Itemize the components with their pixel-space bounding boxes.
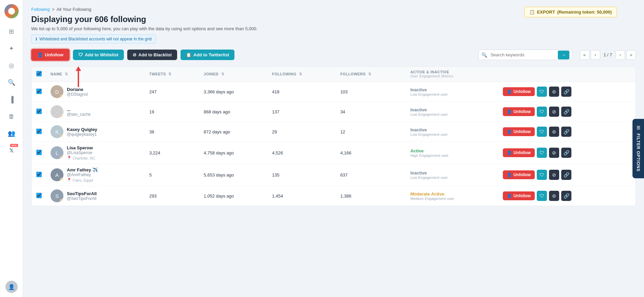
sidebar-item-twitter-x[interactable]: 𝕏 NEW: [4, 143, 19, 157]
th-tweets[interactable]: TWEETS ⇅: [145, 67, 200, 82]
breadcrumb-parent[interactable]: Following: [31, 7, 50, 12]
user-location-3: 📍Charlotte, NC: [67, 156, 95, 160]
row-unfollow-btn-5[interactable]: 👤 Unfollow: [503, 191, 535, 200]
row-name-cell: L Lisa Sperow @LisaSperow 📍Charlotte, NC: [46, 142, 145, 164]
row-whitelist-btn-1[interactable]: 🛡: [537, 107, 547, 117]
row-link-icon-3: 🔗: [564, 150, 569, 155]
row-actions-4: 👤 Unfollow 🛡 ⊘ 🔗: [499, 164, 636, 186]
row-engagement-5: Medium Engagement user: [410, 197, 495, 201]
sidebar-item-network[interactable]: ✦: [4, 41, 19, 56]
search-bar: 🔍 →: [478, 50, 572, 60]
th-joined[interactable]: JOINED ⇅: [200, 67, 268, 82]
row-checkbox-4[interactable]: [36, 172, 42, 177]
row-link-btn-0[interactable]: 🔗: [561, 87, 571, 97]
row-whitelist-btn-2[interactable]: 🛡: [537, 127, 547, 137]
row-status-4: Inactive: [410, 170, 495, 175]
user-avatar[interactable]: 👤: [5, 281, 18, 293]
search-go-button[interactable]: →: [558, 51, 569, 59]
row-engagement-0: Low Engagement user: [410, 92, 495, 96]
row-whitelist-btn-0[interactable]: 🛡: [537, 87, 547, 97]
row-blacklist-btn-1[interactable]: ⊘: [549, 107, 559, 117]
user-handle-2: @quigleykasey1: [67, 132, 97, 137]
row-actions-3: 👤 Unfollow 🛡 ⊘ 🔗: [499, 142, 636, 164]
row-status-3: Active: [410, 148, 495, 153]
row-checkbox-2[interactable]: [36, 129, 42, 134]
row-status-cell-2: Inactive Low Engagement user: [406, 122, 499, 142]
row-link-btn-1[interactable]: 🔗: [561, 107, 571, 117]
row-checkbox-cell: [32, 82, 46, 102]
row-checkbox-0[interactable]: [36, 89, 42, 94]
row-following-1: 137: [268, 102, 336, 122]
user-name-1: ...: [67, 107, 91, 112]
row-followers-1: 34: [336, 102, 406, 122]
row-link-btn-2[interactable]: 🔗: [561, 127, 571, 137]
info-text: Whitelisted and Blacklisted accounts wil…: [39, 37, 152, 41]
sidebar-item-users[interactable]: 👥: [4, 126, 19, 141]
filter-panel[interactable]: ☰ FILTER OPTIONS: [632, 119, 644, 178]
twitterlist-label: Add to Twitterlist: [193, 52, 229, 57]
first-page-button[interactable]: «: [580, 50, 589, 60]
avatar-letter-4: A: [55, 172, 59, 178]
row-checkbox-3[interactable]: [36, 150, 42, 155]
row-name-cell: D Doriane @DStagnol: [46, 82, 145, 102]
row-link-icon-1: 🔗: [564, 109, 569, 114]
user-handle-4: @AmrFathey: [67, 172, 98, 177]
row-whitelist-btn-3[interactable]: 🛡: [537, 148, 547, 158]
user-location-4: 📍Cairo, Egypt: [67, 178, 98, 182]
th-following[interactable]: FOLLOWING ⇅: [268, 67, 336, 82]
export-button[interactable]: 📋 EXPORT (Remaining token: 50,000): [524, 7, 617, 17]
row-blacklist-btn-0[interactable]: ⊘: [549, 87, 559, 97]
th-engagement-sub: User Engagement Metrics: [410, 74, 495, 78]
th-name[interactable]: NAME ⇅: [46, 67, 145, 82]
sidebar-item-search[interactable]: 🔍: [4, 75, 19, 90]
row-link-btn-3[interactable]: 🔗: [561, 148, 571, 158]
prev-page-button[interactable]: ‹: [591, 50, 600, 60]
sidebar: ⊞ ✦ ◎ 🔍 ▐ 🗑 👥 𝕏 NEW 👤: [0, 0, 23, 297]
sidebar-item-analytics[interactable]: ▐: [4, 92, 19, 107]
row-checkbox-5[interactable]: [36, 193, 42, 198]
row-unfollow-btn-3[interactable]: 👤 Unfollow: [503, 148, 535, 157]
row-unfollow-btn-0[interactable]: 👤 Unfollow: [503, 87, 535, 96]
row-link-btn-5[interactable]: 🔗: [561, 191, 571, 201]
row-unfollow-btn-2[interactable]: 👤 Unfollow: [503, 127, 535, 136]
avatar-icon: 👤: [8, 284, 15, 290]
row-blacklist-btn-4[interactable]: ⊘: [549, 170, 559, 180]
following-sort-icon: ⇅: [299, 72, 302, 76]
sidebar-item-dashboard[interactable]: ⊞: [4, 24, 19, 39]
select-all-checkbox[interactable]: [36, 71, 42, 76]
row-whitelist-btn-4[interactable]: 🛡: [537, 170, 547, 180]
last-page-button[interactable]: »: [626, 50, 636, 60]
whitelist-button[interactable]: 🛡 Add to Whitelist: [73, 50, 124, 60]
row-shield-icon-3: 🛡: [539, 150, 544, 155]
sidebar-item-target[interactable]: ◎: [4, 58, 19, 73]
export-token: (Remaining token: 50,000): [557, 10, 612, 15]
row-link-icon-5: 🔗: [564, 193, 569, 199]
row-name-cell: · ... @seo_cache: [46, 102, 145, 122]
search-icon: 🔍: [8, 79, 15, 86]
row-status-cell-1: Inactive Low Engagement user: [406, 102, 499, 122]
row-whitelist-btn-5[interactable]: 🛡: [537, 191, 547, 201]
data-table: NAME ⇅ TWEETS ⇅ JOINED ⇅ FOLLOWING ⇅ FOL: [31, 66, 636, 206]
row-blacklist-btn-3[interactable]: ⊘: [549, 148, 559, 158]
breadcrumb-current: All Your Following: [57, 7, 92, 12]
row-blacklist-btn-5[interactable]: ⊘: [549, 191, 559, 201]
unfollow-button[interactable]: 👤 Unfollow: [31, 49, 70, 61]
th-followers[interactable]: FOLLOWERS ⇅: [336, 67, 406, 82]
row-checkbox-1[interactable]: [36, 109, 42, 114]
row-status-2: Inactive: [410, 127, 495, 132]
row-unfollow-btn-1[interactable]: 👤 Unfollow: [503, 107, 535, 116]
sidebar-item-delete[interactable]: 🗑: [4, 109, 19, 124]
search-input[interactable]: [489, 50, 556, 60]
blacklist-button[interactable]: ⊘ Add to Blacklist: [127, 50, 177, 60]
row-blacklist-btn-2[interactable]: ⊘: [549, 127, 559, 137]
next-page-button[interactable]: ›: [615, 50, 625, 60]
row-link-btn-4[interactable]: 🔗: [561, 170, 571, 180]
target-icon: ◎: [9, 62, 14, 69]
row-engagement-4: Low Engagement user: [410, 175, 495, 180]
twitterlist-button[interactable]: 📋 Add to Twitterlist: [181, 50, 234, 60]
row-unfollow-btn-4[interactable]: 👤 Unfollow: [503, 170, 535, 179]
status-dot-5: [60, 199, 63, 202]
row-status-cell-3: Active High Engagement user: [406, 142, 499, 164]
row-status-cell-4: Inactive Low Engagement user: [406, 164, 499, 186]
avatar-letter-2: K: [55, 129, 59, 135]
